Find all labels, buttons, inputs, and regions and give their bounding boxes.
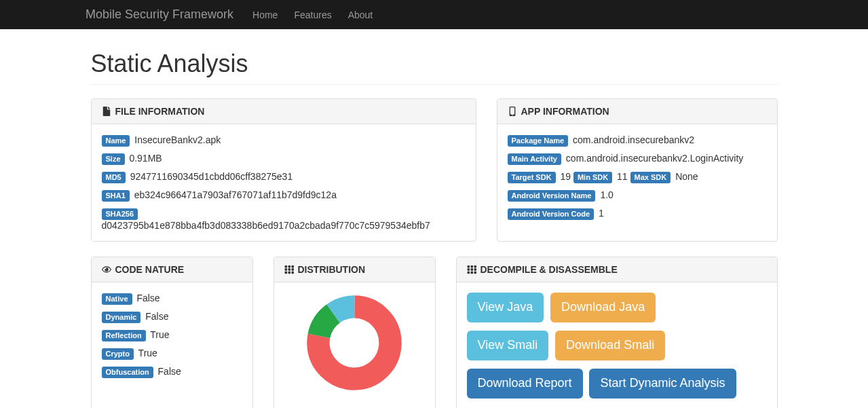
target-sdk-label: Target SDK xyxy=(508,172,556,183)
version-name-label: Android Version Name xyxy=(508,190,596,202)
package-line: Package Name com.android.insecurebankv2 xyxy=(508,134,767,147)
nav-home[interactable]: Home xyxy=(252,10,278,20)
app-information-title: APP INFORMATION xyxy=(521,106,609,117)
app-information-panel: APP INFORMATION Package Name com.android… xyxy=(497,98,778,242)
native-label: Native xyxy=(102,293,132,305)
package-value: com.android.insecurebankv2 xyxy=(573,134,694,145)
size-label: Size xyxy=(102,153,125,165)
version-code-line: Android Version Code 1 xyxy=(508,208,767,220)
page-title: Static Analysis xyxy=(91,50,778,85)
decompile-heading: DECOMPILE & DISASSEMBLE xyxy=(457,257,777,282)
view-java-button[interactable]: View Java xyxy=(467,293,544,322)
md5-label: MD5 xyxy=(102,172,126,183)
grid-icon xyxy=(284,265,294,274)
download-smali-button[interactable]: Download Smali xyxy=(555,331,665,360)
distribution-panel: DISTRIBUTION xyxy=(273,257,436,408)
main-activity-value: com.android.insecurebankv2.LoginActivity xyxy=(566,153,743,164)
file-information-title: FILE INFORMATION xyxy=(115,106,205,117)
file-md5-value: 9247711690345d1cbdd06cff38275e31 xyxy=(130,171,293,182)
sdk-line: Target SDK 19 Min SDK 11 Max SDK None xyxy=(508,171,767,183)
target-sdk-value: 19 xyxy=(560,171,571,182)
main-activity-label: Main Activity xyxy=(508,153,561,165)
top-navbar: Mobile Security Framework Home Features … xyxy=(0,0,868,29)
package-label: Package Name xyxy=(508,135,569,147)
file-sha256-value: d0423795b41e878bba4fb3d083338b6ed9170a2c… xyxy=(102,220,430,231)
obfuscation-line: Obfuscation False xyxy=(102,366,242,378)
eye-icon xyxy=(102,265,111,274)
min-sdk-label: Min SDK xyxy=(573,172,612,183)
download-report-button[interactable]: Download Report xyxy=(467,369,583,398)
obfuscation-label: Obfuscation xyxy=(102,367,153,378)
dynamic-line: Dynamic False xyxy=(102,311,242,323)
sha1-label: SHA1 xyxy=(102,190,130,202)
file-sha1-line: SHA1 eb324c966471a7903af767071af11b7d9fd… xyxy=(102,189,466,202)
crypto-value: True xyxy=(138,348,157,358)
mobile-icon xyxy=(508,107,517,116)
max-sdk-value: None xyxy=(675,171,698,182)
file-size-value: 0.91MB xyxy=(129,153,162,164)
distribution-title: DISTRIBUTION xyxy=(298,264,366,275)
nav-features[interactable]: Features xyxy=(294,10,331,20)
app-information-heading: APP INFORMATION xyxy=(497,99,777,124)
max-sdk-label: Max SDK xyxy=(630,172,671,183)
file-md5-line: MD5 9247711690345d1cbdd06cff38275e31 xyxy=(102,171,466,183)
native-line: Native False xyxy=(102,293,242,305)
file-information-panel: FILE INFORMATION Name InsecureBankv2.apk… xyxy=(91,98,476,242)
obfuscation-value: False xyxy=(158,366,181,377)
view-smali-button[interactable]: View Smali xyxy=(467,331,549,360)
sha256-label: SHA256 xyxy=(102,208,138,220)
version-code-label: Android Version Code xyxy=(508,208,595,220)
dynamic-value: False xyxy=(145,311,168,322)
file-information-heading: FILE INFORMATION xyxy=(92,99,476,124)
navbar-brand[interactable]: Mobile Security Framework xyxy=(86,7,233,22)
distribution-donut-chart xyxy=(307,295,402,390)
version-name-line: Android Version Name 1.0 xyxy=(508,189,767,202)
version-name-value: 1.0 xyxy=(600,189,613,200)
reflection-line: Reflection True xyxy=(102,329,242,341)
file-sha256-line: SHA256 d0423795b41e878bba4fb3d083338b6ed… xyxy=(102,208,466,231)
file-sha1-value: eb324c966471a7903af767071af11b7d9fd9c12a xyxy=(134,189,337,200)
version-code-value: 1 xyxy=(599,208,604,219)
decompile-panel: DECOMPILE & DISASSEMBLE View Java Downlo… xyxy=(456,257,778,408)
crypto-label: Crypto xyxy=(102,348,134,360)
native-value: False xyxy=(136,293,159,303)
decompile-title: DECOMPILE & DISASSEMBLE xyxy=(480,264,618,275)
file-icon xyxy=(102,107,111,116)
grid-icon xyxy=(467,265,476,274)
reflection-label: Reflection xyxy=(102,330,146,341)
nav-about[interactable]: About xyxy=(348,10,373,20)
code-nature-heading: CODE NATURE xyxy=(92,257,252,282)
download-java-button[interactable]: Download Java xyxy=(550,293,656,322)
dynamic-label: Dynamic xyxy=(102,312,141,323)
distribution-heading: DISTRIBUTION xyxy=(274,257,435,282)
main-container: Static Analysis FILE INFORMATION Name In… xyxy=(91,29,778,408)
min-sdk-value: 11 xyxy=(617,171,628,182)
file-name-value: InsecureBankv2.apk xyxy=(134,134,221,145)
crypto-line: Crypto True xyxy=(102,348,242,360)
code-nature-panel: CODE NATURE Native False Dynamic False R… xyxy=(91,257,253,408)
main-activity-line: Main Activity com.android.insecurebankv2… xyxy=(508,153,767,165)
name-label: Name xyxy=(102,135,130,147)
reflection-value: True xyxy=(150,329,169,340)
donut-segment-teal xyxy=(318,307,390,379)
file-size-line: Size 0.91MB xyxy=(102,153,466,165)
code-nature-title: CODE NATURE xyxy=(115,264,185,275)
start-dynamic-analysis-button[interactable]: Start Dynamic Analysis xyxy=(589,369,736,398)
file-name-line: Name InsecureBankv2.apk xyxy=(102,134,466,147)
